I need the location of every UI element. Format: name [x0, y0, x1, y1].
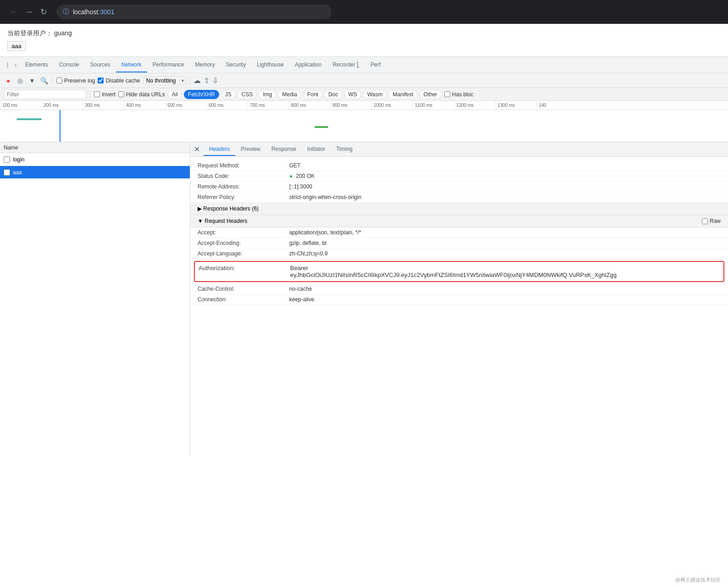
chip-all[interactable]: All	[168, 90, 182, 99]
tab-security[interactable]: Security	[221, 58, 251, 72]
has-blocked-text: Has bloc	[452, 91, 474, 98]
response-headers-label: ▶ Response Headers (6)	[198, 205, 259, 212]
aaa-checkbox[interactable]	[4, 169, 10, 176]
has-blocked-label[interactable]: Has bloc	[444, 91, 474, 98]
chip-css[interactable]: CSS	[237, 90, 257, 99]
devtools-dock-icon[interactable]: ⁝	[4, 59, 11, 71]
filter-icon-btn[interactable]: ▼	[28, 76, 37, 85]
details-tab-preview[interactable]: Preview	[235, 143, 266, 156]
preserve-log-label[interactable]: Preserve log	[56, 78, 95, 84]
tab-performance[interactable]: Performance	[147, 58, 190, 72]
details-tab-headers[interactable]: Headers	[204, 143, 235, 156]
details-tab-initiator[interactable]: Initiator	[302, 143, 331, 156]
details-tab-response[interactable]: Response	[266, 143, 302, 156]
devtools-inspect-icon[interactable]: ◦	[11, 59, 20, 71]
tick-900ms: 900 ms	[330, 101, 371, 110]
has-blocked-checkbox[interactable]	[444, 91, 450, 97]
tab-perf[interactable]: Perf	[365, 58, 386, 72]
network-row-login[interactable]: login	[0, 153, 190, 166]
tab-sources[interactable]: Sources	[85, 58, 116, 72]
clear-button[interactable]: ◎	[16, 76, 25, 85]
details-close-button[interactable]: ✕	[194, 145, 200, 154]
network-body: Name login aaa ✕ Headers Preview Respons…	[0, 142, 728, 455]
chip-doc[interactable]: Doc	[324, 90, 342, 99]
accept-encoding-key: Accept-Encoding:	[198, 240, 289, 246]
nav-buttons: ← → ↻	[7, 6, 49, 18]
tab-elements[interactable]: Elements	[20, 58, 54, 72]
disable-cache-text: Disable cache	[105, 78, 140, 84]
request-method-val: GET	[289, 162, 721, 169]
tick-1300ms: 1300 ms	[495, 101, 536, 110]
referrer-policy-row: Referrer Policy: strict-origin-when-cros…	[190, 192, 728, 203]
connection-val: keep-alive	[289, 296, 721, 303]
record-button[interactable]: ●	[4, 76, 13, 85]
download-icon: ⇩	[212, 76, 218, 85]
referrer-policy-key: Referrer Policy:	[198, 194, 289, 200]
raw-area: Raw	[702, 218, 721, 224]
request-method-row: Request Method: GET	[190, 161, 728, 171]
back-button[interactable]: ←	[7, 6, 19, 18]
page-content: 当前登录用户： guang aaa	[0, 24, 728, 56]
search-icon-btn[interactable]: 🔍	[39, 76, 49, 85]
timeline-area[interactable]: 100 ms 200 ms 300 ms 400 ms 500 ms 600 m…	[0, 101, 728, 142]
login-checkbox[interactable]	[4, 156, 10, 163]
raw-checkbox[interactable]	[702, 218, 708, 224]
tab-network[interactable]: Network	[116, 58, 147, 72]
disable-cache-label[interactable]: Disable cache	[98, 78, 140, 84]
disable-cache-checkbox[interactable]	[98, 78, 104, 83]
preserve-log-checkbox[interactable]	[56, 78, 62, 83]
tab-lighthouse[interactable]: Lighthouse	[251, 58, 289, 72]
preserve-log-text: Preserve log	[64, 78, 95, 84]
chip-manifest[interactable]: Manifest	[388, 90, 417, 99]
connection-row: Connection: keep-alive	[190, 294, 728, 305]
accept-language-key: Accept-Language:	[198, 250, 289, 257]
tick-300ms: 300 ms	[83, 101, 124, 110]
raw-text: Raw	[710, 218, 721, 224]
tick-200ms: 200 ms	[41, 101, 83, 110]
chip-other[interactable]: Other	[419, 90, 441, 99]
raw-label[interactable]: Raw	[702, 218, 721, 224]
chip-wasm[interactable]: Wasm	[363, 90, 387, 99]
forward-button[interactable]: →	[23, 6, 35, 18]
info-icon: ⓘ	[63, 8, 69, 16]
tab-memory[interactable]: Memory	[189, 58, 220, 72]
user-label: 当前登录用户：	[7, 29, 52, 37]
response-headers-section[interactable]: ▶ Response Headers (6)	[190, 203, 728, 215]
chip-font[interactable]: Font	[303, 90, 322, 99]
invert-checkbox[interactable]	[94, 91, 100, 97]
chip-ws[interactable]: WS	[344, 90, 361, 99]
aaa-name: aaa	[13, 169, 22, 176]
throttle-select[interactable]: No throttling	[143, 76, 186, 85]
chip-media[interactable]: Media	[278, 90, 301, 99]
aaa-button[interactable]: aaa	[7, 41, 26, 51]
accept-language-row: Accept-Language: zh-CN,zh;q=0.9	[190, 249, 728, 259]
tab-recorder[interactable]: Recorder ⎣	[327, 58, 365, 72]
chip-fetch-xhr[interactable]: Fetch/XHR	[184, 90, 219, 99]
remote-address-val: [::1]:3000	[289, 183, 721, 190]
user-info: 当前登录用户： guang	[7, 29, 721, 38]
referrer-policy-val: strict-origin-when-cross-origin	[289, 194, 721, 200]
tick-400ms: 400 ms	[124, 101, 165, 110]
upload-icon: ⇧	[204, 76, 210, 85]
username: guang	[54, 29, 72, 37]
devtools-panel: ⁝ ◦ Elements Console Sources Network Per…	[0, 56, 728, 455]
details-tab-timing[interactable]: Timing	[331, 143, 358, 156]
tab-console[interactable]: Console	[54, 58, 85, 72]
address-bar[interactable]: ⓘ localhost:3001	[56, 5, 331, 19]
login-name: login	[13, 156, 24, 163]
request-headers-section[interactable]: ▼ Request Headers Raw	[190, 215, 728, 227]
tick-600ms: 600 ms	[206, 101, 248, 110]
tab-application[interactable]: Application	[289, 58, 327, 72]
hide-data-urls-checkbox[interactable]	[118, 91, 124, 97]
accept-key: Accept:	[198, 229, 289, 236]
invert-text: Invert	[102, 91, 116, 98]
invert-label[interactable]: Invert	[94, 91, 116, 98]
hide-data-urls-label[interactable]: Hide data URLs	[118, 91, 165, 98]
filter-input[interactable]	[4, 90, 86, 99]
chip-img[interactable]: Img	[259, 90, 276, 99]
throttle-select-wrapper[interactable]: No throttling	[143, 76, 186, 85]
network-row-aaa[interactable]: aaa	[0, 166, 190, 179]
chip-js[interactable]: JS	[221, 90, 236, 99]
refresh-button[interactable]: ↻	[39, 6, 49, 18]
tick-1200ms: 1200 ms	[454, 101, 495, 110]
